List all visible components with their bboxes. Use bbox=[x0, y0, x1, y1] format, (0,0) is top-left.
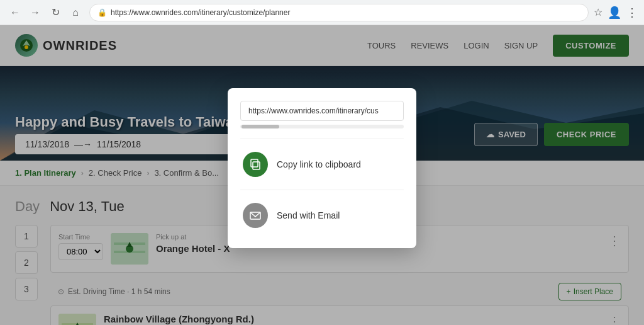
bookmark-icon[interactable]: ☆ bbox=[594, 6, 602, 18]
modal-url-bar[interactable]: https://www.ownrides.com/itinerary/cus bbox=[240, 101, 404, 121]
copy-link-action[interactable]: Copy link to clipboard bbox=[240, 144, 404, 185]
share-modal: https://www.ownrides.com/itinerary/cus C… bbox=[228, 88, 416, 248]
forward-button[interactable]: → bbox=[26, 4, 44, 21]
svg-rect-16 bbox=[251, 159, 258, 167]
browser-chrome: ← → ↻ ⌂ 🔒 https://www.ownrides.com/itine… bbox=[0, 0, 644, 25]
home-button[interactable]: ⌂ bbox=[67, 4, 84, 21]
email-icon bbox=[243, 203, 268, 228]
url-text: https://www.ownrides.com/itinerary/custo… bbox=[111, 8, 580, 17]
reload-button[interactable]: ↻ bbox=[47, 4, 64, 21]
modal-scrollbar[interactable] bbox=[240, 125, 404, 128]
address-bar[interactable]: 🔒 https://www.ownrides.com/itinerary/cus… bbox=[89, 4, 589, 21]
send-email-action[interactable]: Send with Email bbox=[240, 195, 404, 236]
svg-rect-15 bbox=[253, 162, 260, 169]
modal-divider-1 bbox=[240, 139, 404, 139]
modal-divider-2 bbox=[240, 190, 404, 190]
modal-overlay: https://www.ownrides.com/itinerary/cus C… bbox=[0, 25, 644, 325]
send-email-text: Send with Email bbox=[277, 210, 340, 220]
more-menu-icon[interactable]: ⋮ bbox=[626, 6, 638, 20]
profile-icon[interactable]: 👤 bbox=[608, 6, 621, 20]
modal-scrollbar-thumb bbox=[242, 125, 279, 128]
page: OWNRIDES TOURS REVIEWS LOGIN SIGN UP CUS… bbox=[0, 25, 644, 325]
back-button[interactable]: ← bbox=[6, 4, 24, 21]
copy-icon bbox=[243, 152, 268, 177]
lock-icon: 🔒 bbox=[97, 8, 107, 17]
nav-controls: ← → ↻ ⌂ bbox=[6, 4, 84, 21]
copy-link-text: Copy link to clipboard bbox=[277, 159, 361, 169]
